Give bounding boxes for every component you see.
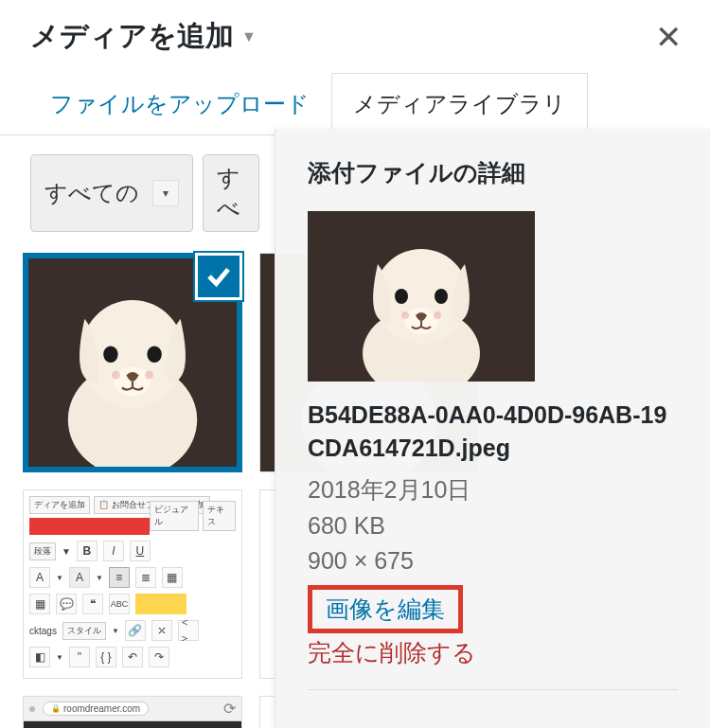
eraser-icon: ◧ [29, 647, 50, 667]
cktags-label: cktags [29, 626, 57, 636]
media-thumb[interactable]: 🔒 roomdreamer.com ⟳ [23, 696, 242, 728]
bgcolor-icon: A [69, 567, 90, 588]
editor-paragraph-select: 段落 [29, 542, 56, 560]
modal-title[interactable]: メディアを追加 ▼ [30, 17, 257, 56]
filter-type-select[interactable]: すべての ▾ [30, 154, 193, 232]
filter-date-label: すべ [217, 163, 245, 223]
check-icon [195, 253, 242, 300]
underline-icon: U [130, 541, 151, 561]
chevron-down-icon: ▾ [152, 180, 179, 206]
table-icon: ▦ [29, 594, 50, 614]
editor-visual-tab: ビジュアル [150, 501, 199, 531]
attachment-details-heading: 添付ファイルの詳細 [308, 157, 678, 188]
textcolor-icon: A [29, 567, 50, 588]
svg-point-3 [103, 346, 117, 363]
edit-image-link[interactable]: 画像を編集 [308, 585, 463, 633]
svg-point-17 [395, 289, 408, 304]
chat-icon: 💬 [56, 594, 77, 614]
svg-point-4 [147, 346, 161, 363]
table-icon: ▦ [162, 567, 183, 588]
editor-highlight-yellow [135, 594, 186, 614]
attachment-filesize: 680 KB [308, 508, 678, 544]
redo-icon: ↷ [149, 647, 169, 667]
editor-screenshot: ディアを追加 📋 お問合せフォームを追加 ビジュアル テキス 段落 ▼ B I … [24, 490, 241, 678]
italic-icon: I [103, 541, 124, 561]
editor-addmedia-label: ディアを追加 [29, 496, 90, 514]
chevron-down-icon: ▼ [241, 28, 257, 45]
svg-point-7 [145, 371, 153, 380]
svg-point-6 [112, 371, 120, 380]
divider [308, 689, 678, 690]
attachment-filename: B54DE88A-0AA0-4D0D-96AB-19CDA614721D.jpe… [308, 399, 678, 465]
attachment-dimensions: 900 × 675 [308, 543, 678, 579]
editor-highlight-red [29, 518, 150, 535]
list-icon: ≣ [135, 567, 156, 588]
refresh-icon: ⟳ [223, 700, 236, 718]
undo-icon: ↶ [122, 647, 143, 667]
unlink-icon: ⤫ [151, 620, 172, 641]
media-thumb[interactable]: ディアを追加 📋 お問合せフォームを追加 ビジュアル テキス 段落 ▼ B I … [23, 489, 242, 679]
filter-type-label: すべての [44, 178, 139, 208]
bold-icon: B [77, 541, 98, 561]
browser-screenshot: 🔒 roomdreamer.com ⟳ [24, 697, 241, 728]
media-thumb[interactable] [23, 253, 242, 472]
tab-upload[interactable]: ファイルをアップロード [28, 73, 331, 135]
attachment-details-panel: 添付ファイルの詳細 B54DE88A-0AA0-4D0D-96AB-19CDA6… [275, 129, 710, 728]
attachment-preview [308, 211, 535, 382]
align-icon: ≡ [109, 567, 130, 588]
link-icon: 🔗 [125, 620, 146, 641]
svg-point-18 [435, 289, 448, 304]
tab-library[interactable]: メディアライブラリ [331, 73, 588, 135]
tag-icon: ＜＞ [178, 620, 199, 641]
code-icon: { } [96, 647, 116, 667]
close-icon[interactable]: ✕ [655, 21, 682, 53]
delete-permanently-link[interactable]: 完全に削除する [308, 637, 678, 668]
browser-url: roomdreamer.com [63, 703, 140, 714]
filter-date-select[interactable]: すべ [203, 154, 259, 232]
tabs: ファイルをアップロード メディアライブラリ [0, 73, 710, 135]
attachment-date: 2018年2月10日 [308, 472, 678, 508]
spell-icon: ABC [109, 594, 130, 614]
editor-text-tab: テキス [203, 501, 236, 531]
modal-title-text: メディアを追加 [30, 17, 234, 56]
window-dot-icon [29, 706, 35, 712]
svg-point-21 [434, 311, 441, 319]
svg-point-20 [401, 311, 409, 319]
quote2-icon: " [69, 647, 90, 667]
editor-style-select: スタイル [62, 622, 106, 640]
lock-icon: 🔒 [51, 704, 61, 713]
quote-icon: ❝ [82, 594, 103, 614]
